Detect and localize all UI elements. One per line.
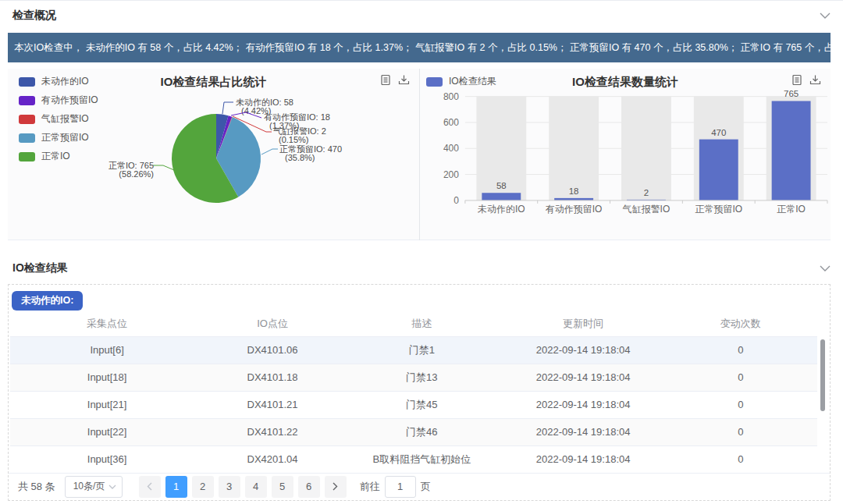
- next-page-button[interactable]: [325, 476, 347, 498]
- table-cell: Input[18]: [10, 364, 204, 391]
- pagination-bar: 共 58 条 10条/页 123456 前往 页: [9, 473, 830, 499]
- svg-text:未动作的IO: 未动作的IO: [478, 204, 525, 215]
- results-title: IO检查结果: [12, 261, 68, 275]
- svg-text:(0.15%): (0.15%): [279, 135, 309, 144]
- page-size-select[interactable]: 10条/页: [65, 476, 123, 498]
- pie-legend: 未动作的IO有动作预留IO气缸报警IO正常预留IO正常IO: [19, 75, 98, 163]
- table-row: Input[6]DX4101.06门禁12022-09-14 19:18:040: [10, 336, 817, 364]
- svg-text:(35.8%): (35.8%): [285, 153, 315, 162]
- prev-page-button[interactable]: [139, 476, 161, 498]
- svg-text:765: 765: [784, 89, 799, 98]
- legend-swatch: [19, 77, 35, 87]
- svg-text:400: 400: [443, 143, 459, 154]
- summary-banner: 本次IO检查中， 未动作的IO 有 58 个，占比 4.42%； 有动作预留IO…: [8, 33, 831, 62]
- svg-text:气缸报警IO: 气缸报警IO: [622, 204, 670, 215]
- legend-item[interactable]: 正常预留IO: [19, 131, 98, 144]
- results-container: 未动作的IO: 采集点位IO点位描述更新时间变动次数 Input[6]DX410…: [8, 284, 831, 501]
- goto-page-input[interactable]: [385, 476, 416, 498]
- svg-text:(58.26%): (58.26%): [119, 169, 154, 179]
- chevron-down-icon[interactable]: [820, 12, 831, 19]
- table-cell: Input[6]: [10, 336, 204, 364]
- table-cell: 门禁13: [341, 364, 503, 391]
- table-cell: 0: [664, 445, 817, 473]
- table-row: Input[36]DX4201.04B取料阻挡气缸初始位2022-09-14 1…: [10, 445, 817, 473]
- table-cell: 2022-09-14 19:18:04: [503, 364, 664, 391]
- table-cell: 2022-09-14 19:18:04: [503, 418, 664, 445]
- legend-item[interactable]: 气缸报警IO: [19, 112, 98, 126]
- svg-text:有动作预留IO: 有动作预留IO: [545, 204, 602, 215]
- legend-label: 未动作的IO: [41, 75, 89, 88]
- column-header: IO点位: [204, 311, 341, 336]
- legend-label: IO检查结果: [449, 75, 496, 88]
- vertical-scrollbar[interactable]: [820, 339, 825, 411]
- legend-item[interactable]: 未动作的IO: [19, 75, 98, 88]
- chevron-right-icon: [333, 482, 338, 491]
- legend-item[interactable]: 正常IO: [19, 150, 98, 163]
- results-header: IO检查结果: [0, 257, 843, 279]
- column-header: 描述: [341, 311, 503, 336]
- table-cell: 0: [664, 364, 817, 391]
- bar-legend: IO检查结果: [426, 75, 496, 88]
- table-cell: 门禁46: [341, 418, 503, 445]
- svg-text:800: 800: [443, 91, 459, 102]
- svg-text:470: 470: [711, 128, 726, 137]
- summary-text: 本次IO检查中， 未动作的IO 有 58 个，占比 4.42%； 有动作预留IO…: [14, 41, 831, 55]
- table-cell: Input[22]: [10, 418, 204, 445]
- page-button-1[interactable]: 1: [165, 476, 187, 498]
- column-header: 采集点位: [10, 311, 204, 336]
- data-view-icon[interactable]: [791, 74, 802, 86]
- table-cell: DX4101.21: [204, 391, 341, 418]
- bar-chart-panel: IO检查结果数量统计 IO检查结果 020040060080058未动作的IO1…: [419, 69, 831, 240]
- pie-toolbox: [380, 74, 410, 86]
- chevron-down-icon[interactable]: [820, 265, 831, 272]
- page-button-2[interactable]: 2: [192, 476, 214, 498]
- chevron-down-icon: [108, 484, 116, 489]
- data-view-icon[interactable]: [380, 74, 391, 86]
- overview-header: 检查概况: [0, 0, 843, 30]
- legend-label: 气缸报警IO: [41, 112, 89, 126]
- table-cell: 2022-09-14 19:18:04: [503, 445, 664, 473]
- bar-chart: 020040060080058未动作的IO18有动作预留IO2气缸报警IO470…: [420, 69, 831, 240]
- filter-category-button[interactable]: 未动作的IO:: [12, 291, 83, 311]
- table-cell: Input[21]: [10, 391, 204, 418]
- download-icon[interactable]: [809, 74, 821, 86]
- svg-text:2: 2: [644, 188, 649, 197]
- column-header: 变动次数: [664, 311, 817, 336]
- table-row: Input[22]DX4101.22门禁462022-09-14 19:18:0…: [10, 418, 817, 445]
- legend-item[interactable]: 有动作预留IO: [19, 94, 98, 107]
- download-icon[interactable]: [398, 74, 410, 86]
- table-cell: Input[36]: [10, 445, 204, 473]
- page-button-6[interactable]: 6: [298, 476, 320, 498]
- table-cell: DX4201.04: [204, 445, 341, 473]
- table-cell: 门禁45: [341, 391, 503, 418]
- legend-swatch: [19, 152, 35, 161]
- table-cell: 0: [664, 418, 817, 445]
- pie-chart-panel: IO检查结果占比统计 未动作的IO有动作预留IO气缸报警IO正常预留IO正常IO…: [8, 69, 419, 240]
- table-cell: DX4101.22: [204, 418, 341, 445]
- page-button-5[interactable]: 5: [272, 476, 293, 498]
- legend-swatch: [426, 77, 443, 87]
- table-cell: DX4101.06: [204, 336, 341, 364]
- page-button-3[interactable]: 3: [219, 476, 240, 498]
- table-cell: 2022-09-14 19:18:04: [503, 391, 664, 418]
- svg-text:正常IO: 正常IO: [777, 204, 806, 215]
- table-cell: B取料阻挡气缸初始位: [341, 445, 503, 473]
- table-cell: 门禁1: [341, 336, 503, 364]
- svg-text:58: 58: [496, 181, 507, 190]
- legend-item[interactable]: IO检查结果: [426, 75, 496, 88]
- table-cell: 0: [664, 391, 817, 418]
- goto-page: 前往 页: [360, 476, 431, 498]
- charts-row: IO检查结果占比统计 未动作的IO有动作预留IO气缸报警IO正常预留IO正常IO…: [8, 69, 831, 240]
- page-button-4[interactable]: 4: [245, 476, 267, 498]
- table-cell: DX4101.18: [204, 364, 341, 391]
- table-row: Input[18]DX4101.18门禁132022-09-14 19:18:0…: [10, 364, 817, 391]
- legend-swatch: [19, 115, 35, 124]
- chevron-left-icon: [147, 482, 152, 491]
- table-row: Input[21]DX4101.21门禁452022-09-14 19:18:0…: [10, 391, 817, 418]
- svg-text:600: 600: [443, 117, 459, 128]
- page-number-buttons: 123456: [163, 476, 322, 498]
- total-count: 共 58 条: [18, 480, 55, 494]
- svg-text:0: 0: [454, 195, 459, 206]
- page: 检查概况 本次IO检查中， 未动作的IO 有 58 个，占比 4.42%； 有动…: [0, 0, 843, 504]
- legend-label: 有动作预留IO: [41, 94, 98, 107]
